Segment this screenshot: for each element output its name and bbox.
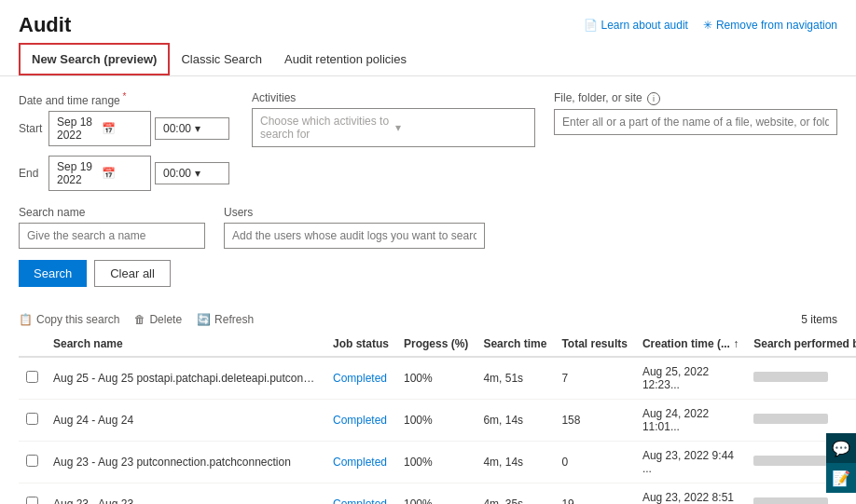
th-progress[interactable]: Progess (%) bbox=[396, 332, 476, 357]
activities-group: Activities Choose which activities to se… bbox=[252, 91, 535, 147]
page-wrapper: Audit 📄 Learn about audit ✳ Remove from … bbox=[0, 0, 856, 504]
item-count: 5 items bbox=[801, 313, 837, 326]
refresh-action[interactable]: 🔄 Refresh bbox=[197, 313, 254, 326]
file-folder-group: File, folder, or site i bbox=[554, 91, 837, 135]
users-input[interactable] bbox=[224, 223, 485, 249]
row-job-status: Completed bbox=[325, 400, 396, 442]
tab-retention-policies[interactable]: Audit retention policies bbox=[273, 45, 418, 74]
users-label: Users bbox=[224, 206, 485, 219]
activities-select[interactable]: Choose which activities to search for ▾ bbox=[252, 108, 535, 147]
button-row: Search Clear all bbox=[19, 260, 837, 287]
refresh-label: Refresh bbox=[214, 313, 254, 326]
copy-icon: 📋 bbox=[19, 313, 33, 326]
row-job-status: Completed bbox=[325, 442, 396, 484]
refresh-icon: 🔄 bbox=[197, 313, 211, 326]
row-checkbox[interactable] bbox=[26, 455, 38, 467]
end-date-input[interactable]: Sep 19 2022 📅 bbox=[48, 156, 151, 191]
chat-float-button[interactable]: 💬 bbox=[826, 433, 856, 463]
row-search-time: 4m, 51s bbox=[476, 357, 554, 400]
job-status-link[interactable]: Completed bbox=[333, 497, 387, 504]
performed-by-blurred bbox=[753, 414, 828, 424]
feedback-float-button[interactable]: 📝 bbox=[826, 463, 856, 493]
row-job-status: Completed bbox=[325, 484, 396, 505]
row-checkbox-cell[interactable] bbox=[19, 484, 46, 505]
learn-audit-icon: 📄 bbox=[584, 19, 598, 32]
tab-new-search[interactable]: New Search (preview) bbox=[19, 43, 170, 75]
table-header: Search name Job status Progess (%) Searc… bbox=[19, 332, 856, 357]
th-performed-by[interactable]: Search performed by bbox=[746, 332, 856, 357]
date-time-range-group: Date and time range * Start Sep 18 2022 … bbox=[19, 91, 233, 197]
calendar-icon-end[interactable]: 📅 bbox=[102, 167, 143, 180]
tab-classic-search[interactable]: Classic Search bbox=[170, 45, 273, 74]
row-total-results: 19 bbox=[554, 484, 634, 505]
row-checkbox[interactable] bbox=[26, 371, 38, 383]
th-search-time[interactable]: Search time bbox=[476, 332, 554, 357]
row-search-time: 4m, 14s bbox=[476, 442, 554, 484]
row-checkbox-cell[interactable] bbox=[19, 400, 46, 442]
search-button[interactable]: Search bbox=[19, 260, 87, 287]
th-total-results[interactable]: Total results bbox=[554, 332, 634, 357]
delete-action[interactable]: 🗑 Delete bbox=[134, 313, 182, 326]
remove-nav-link[interactable]: ✳ Remove from navigation bbox=[703, 19, 837, 32]
learn-audit-link[interactable]: 📄 Learn about audit bbox=[584, 19, 688, 32]
clear-all-button[interactable]: Clear all bbox=[94, 260, 171, 287]
file-folder-label: File, folder, or site i bbox=[554, 91, 837, 105]
form-row-2: Search name Users bbox=[19, 206, 837, 249]
row-checkbox[interactable] bbox=[26, 497, 38, 504]
row-search-name: Aug 24 - Aug 24 bbox=[46, 400, 325, 442]
tabs-bar: New Search (preview) Classic Search Audi… bbox=[0, 43, 856, 76]
copy-search-action[interactable]: 📋 Copy this search bbox=[19, 313, 119, 326]
row-total-results: 7 bbox=[554, 357, 634, 400]
table-row: Aug 23 - Aug 23 Completed 100% 4m, 35s 1… bbox=[19, 484, 856, 505]
row-creation-time: Aug 23, 2022 8:51 ... bbox=[635, 484, 746, 505]
row-creation-time: Aug 25, 2022 12:23... bbox=[635, 357, 746, 400]
end-label: End bbox=[19, 167, 45, 180]
activities-label: Activities bbox=[252, 91, 535, 104]
start-date-value: Sep 18 2022 bbox=[57, 116, 98, 142]
search-name-input[interactable] bbox=[19, 223, 205, 249]
chevron-down-icon-end: ▾ bbox=[195, 167, 221, 180]
chevron-down-icon-activities: ▾ bbox=[395, 121, 527, 134]
row-progress: 100% bbox=[396, 357, 476, 400]
row-search-name: Aug 23 - Aug 23 bbox=[46, 484, 325, 505]
row-checkbox-cell[interactable] bbox=[19, 442, 46, 484]
row-search-name: Aug 23 - Aug 23 putconnection.patchconne… bbox=[46, 442, 325, 484]
start-date-input[interactable]: Sep 18 2022 📅 bbox=[48, 111, 151, 146]
row-search-name: Aug 25 - Aug 25 postapi.patchapi.deletea… bbox=[46, 357, 325, 400]
th-search-name[interactable]: Search name bbox=[46, 332, 325, 357]
row-progress: 100% bbox=[396, 484, 476, 505]
date-time-label: Date and time range * bbox=[19, 91, 233, 107]
th-creation-time[interactable]: Creation time (... ↑ bbox=[635, 332, 746, 357]
float-buttons: 💬 📝 bbox=[826, 433, 856, 493]
end-time-select[interactable]: 00:00 ▾ bbox=[155, 162, 229, 184]
th-job-status[interactable]: Job status bbox=[325, 332, 396, 357]
results-table-wrapper: Search name Job status Progess (%) Searc… bbox=[0, 332, 856, 504]
info-icon-file[interactable]: i bbox=[647, 92, 660, 105]
row-total-results: 0 bbox=[554, 442, 634, 484]
table-row: Aug 25 - Aug 25 postapi.patchapi.deletea… bbox=[19, 357, 856, 400]
header-links: 📄 Learn about audit ✳ Remove from naviga… bbox=[584, 19, 837, 32]
header: Audit 📄 Learn about audit ✳ Remove from … bbox=[0, 0, 856, 43]
start-date-row: Start Sep 18 2022 📅 00:00 ▾ bbox=[19, 111, 233, 146]
performed-by-blurred bbox=[753, 456, 828, 466]
calendar-icon-start[interactable]: 📅 bbox=[102, 122, 143, 135]
form-area: Date and time range * Start Sep 18 2022 … bbox=[0, 76, 856, 302]
remove-nav-label: Remove from navigation bbox=[716, 19, 837, 32]
th-checkbox bbox=[19, 332, 46, 357]
delete-label: Delete bbox=[149, 313, 182, 326]
form-row-1: Date and time range * Start Sep 18 2022 … bbox=[19, 91, 837, 197]
start-time-select[interactable]: 00:00 ▾ bbox=[155, 117, 229, 140]
job-status-link[interactable]: Completed bbox=[333, 456, 387, 469]
row-total-results: 158 bbox=[554, 400, 634, 442]
copy-label: Copy this search bbox=[36, 313, 119, 326]
toolbar: 📋 Copy this search 🗑 Delete 🔄 Refresh 5 … bbox=[0, 302, 856, 332]
job-status-link[interactable]: Completed bbox=[333, 372, 387, 385]
learn-audit-label: Learn about audit bbox=[601, 19, 688, 32]
row-job-status: Completed bbox=[325, 357, 396, 400]
job-status-link[interactable]: Completed bbox=[333, 414, 387, 427]
row-checkbox-cell[interactable] bbox=[19, 357, 46, 400]
row-checkbox[interactable] bbox=[26, 413, 38, 425]
file-folder-input[interactable] bbox=[554, 109, 837, 135]
row-search-time: 4m, 35s bbox=[476, 484, 554, 505]
table-body: Aug 25 - Aug 25 postapi.patchapi.deletea… bbox=[19, 357, 856, 504]
